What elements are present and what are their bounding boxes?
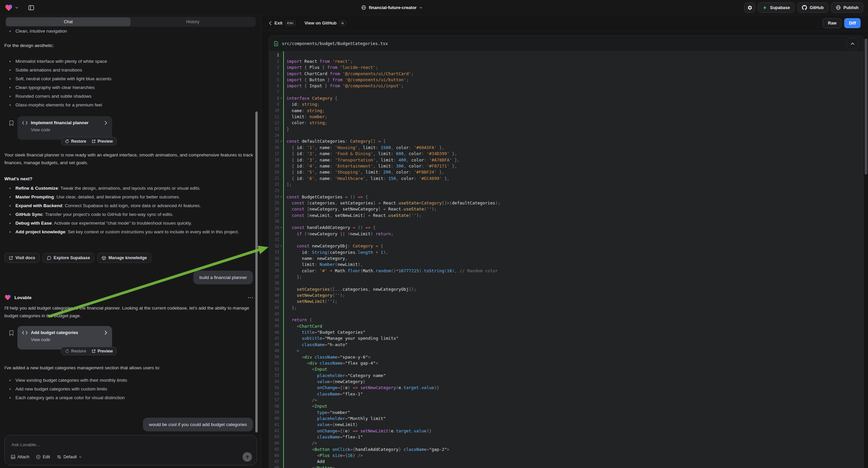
- line-number: 37: [269, 274, 279, 279]
- code-line: 59 type="number": [269, 409, 863, 415]
- view-code-link[interactable]: View code: [31, 127, 107, 132]
- project-globe-icon: [361, 5, 366, 10]
- line-number: 40: [269, 293, 279, 298]
- code-line: 1: [269, 52, 863, 58]
- code-line: 50 <div className="space-y-6">: [269, 354, 863, 360]
- code-icon: [22, 121, 28, 125]
- restore-button[interactable]: Restore: [65, 349, 86, 353]
- line-number: 63: [269, 434, 279, 439]
- code-line: 41 setNewLimit('');: [269, 298, 863, 304]
- code-line: 31: [269, 237, 863, 243]
- raw-toggle-button[interactable]: Raw: [823, 18, 841, 28]
- chat-input[interactable]: Ask Lovable...: [11, 442, 40, 447]
- whats-next-heading: What's next?: [4, 176, 32, 181]
- line-number: 21: [269, 176, 279, 181]
- preview-button[interactable]: Preview: [92, 349, 113, 353]
- view-code-link[interactable]: View code: [31, 338, 107, 342]
- version-card-add-budget-categories[interactable]: Add budget categories View code: [18, 326, 112, 350]
- code-line: 12 color: string;: [269, 120, 863, 126]
- restore-label: Restore: [71, 139, 86, 144]
- github-button[interactable]: GitHub: [797, 2, 829, 13]
- project-switcher[interactable]: financial-future-creator: [361, 5, 423, 10]
- quick-actions-row: Visit docs Explore Supabase Manage knowl…: [4, 253, 151, 263]
- line-number: 18: [269, 157, 279, 162]
- attach-label: Attach: [18, 455, 29, 459]
- supabase-button[interactable]: Supabase: [758, 2, 795, 13]
- more-options-icon[interactable]: [248, 297, 253, 298]
- supabase-label: Supabase: [770, 5, 790, 10]
- line-number: 33: [269, 250, 279, 255]
- line-number: 27: [269, 213, 279, 217]
- chat-composer: Ask Lovable... Attach Edit Default: [4, 435, 257, 465]
- code-line: 64 />: [269, 440, 863, 446]
- line-number: 59: [269, 410, 279, 415]
- line-number: 35: [269, 262, 279, 267]
- code-line: 23: [269, 188, 863, 194]
- restore-preview-toolbar: Restore Preview: [61, 347, 117, 355]
- chat-scrollbar[interactable]: [255, 112, 258, 432]
- preview-button[interactable]: Preview: [92, 139, 113, 144]
- manage-knowledge-button[interactable]: Manage knowledge: [97, 253, 151, 263]
- sidebar-toggle-icon[interactable]: [26, 3, 36, 13]
- whats-next-item: Debug with Ease: Activate our experiment…: [4, 219, 254, 228]
- line-number: 9: [269, 102, 279, 107]
- code-line: 49 >: [269, 348, 863, 354]
- explore-supabase-button[interactable]: Explore Supabase: [42, 253, 94, 263]
- chevron-right-icon: [104, 331, 107, 335]
- code-line: 21 { id: '6', name: 'Healthcare', limit:…: [269, 175, 863, 181]
- version-card-implement-planner[interactable]: Implement financial planner View code: [18, 116, 112, 140]
- bookmark-icon[interactable]: [9, 330, 14, 336]
- code-line: 24∨const BudgetCategories = () => {: [269, 194, 863, 200]
- code-line: 44 return (: [269, 317, 863, 323]
- mode-selector[interactable]: Default: [57, 455, 82, 459]
- external-link-icon: [92, 349, 96, 353]
- settings-button[interactable]: [744, 2, 755, 13]
- line-number: 34: [269, 256, 279, 261]
- code-line: 17 { id: '2', name: 'Food & Dining', lim…: [269, 151, 863, 157]
- code-line: 22];: [269, 181, 863, 187]
- design-bullet: Soft, neutral color palette with light b…: [4, 75, 112, 83]
- attach-button[interactable]: Attach: [11, 455, 29, 459]
- line-number: 19: [269, 164, 279, 168]
- line-number: 26: [269, 207, 279, 211]
- lovable-logo-heart-icon[interactable]: [5, 4, 13, 12]
- code-scrollbar[interactable]: [865, 39, 867, 175]
- bookmark-icon[interactable]: [9, 120, 14, 126]
- tab-chat[interactable]: Chat: [6, 18, 130, 26]
- chevron-up-icon: [850, 42, 855, 45]
- exit-button[interactable]: Exit ESC: [269, 21, 296, 26]
- code-editor[interactable]: 12import React from 'react';3import { Pl…: [269, 51, 863, 468]
- view-on-github-button[interactable]: View on GitHub G: [304, 21, 346, 26]
- code-line: 52 <Input: [269, 366, 863, 372]
- chat-history-tabs: Chat History: [5, 17, 256, 27]
- preview-label: Preview: [98, 349, 113, 353]
- line-number: 20: [269, 170, 279, 175]
- file-card-header[interactable]: src/components/budget/BudgetCategories.t…: [269, 36, 863, 51]
- collapse-file-button[interactable]: [846, 38, 859, 49]
- restore-button[interactable]: Restore: [65, 139, 86, 144]
- tab-history[interactable]: History: [130, 18, 255, 26]
- code-line: 34 name: newCategory,: [269, 255, 863, 261]
- line-number: 52: [269, 367, 279, 372]
- diff-toggle-button[interactable]: Diff: [844, 18, 861, 28]
- code-line: 8∨interface Category {: [269, 95, 863, 101]
- publish-button[interactable]: Publish: [831, 2, 863, 13]
- line-number: 47: [269, 336, 279, 341]
- code-line: 33 id: String(categories.length + 1),: [269, 249, 863, 255]
- chevron-left-icon: [269, 21, 272, 25]
- line-number: 1: [269, 53, 279, 57]
- whats-next-item: Add project knowledge: Set key context o…: [4, 228, 254, 236]
- code-line: 46 title="Budget Categories": [269, 329, 863, 335]
- fold-chevron-icon: ∨: [279, 226, 283, 229]
- edit-button[interactable]: Edit: [36, 455, 50, 459]
- code-line: 68 </Button>: [269, 465, 863, 468]
- line-number: 23: [269, 188, 279, 193]
- line-number: 12: [269, 120, 279, 125]
- line-number: 64: [269, 441, 279, 445]
- logo-chevron-down-icon[interactable]: [15, 6, 19, 9]
- code-line: 55 onChange={(e) => setNewCategory(e.tar…: [269, 385, 863, 391]
- visit-docs-button[interactable]: Visit docs: [4, 253, 39, 263]
- line-number: 17: [269, 151, 279, 156]
- send-button[interactable]: [243, 452, 252, 462]
- code-view-header: Exit ESC View on GitHub G Raw Diff: [261, 16, 868, 31]
